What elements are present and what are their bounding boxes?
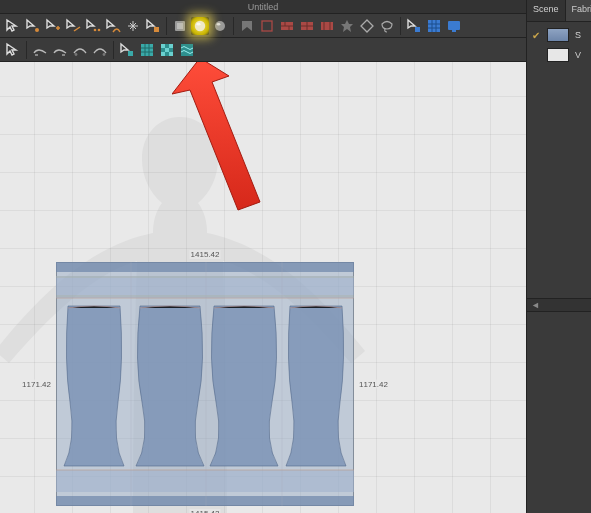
diamond-tool-icon[interactable] <box>358 17 376 35</box>
svg-rect-33 <box>56 496 354 506</box>
lasso-tool-icon[interactable] <box>378 17 396 35</box>
svg-point-1 <box>94 28 97 31</box>
material-row[interactable]: V <box>531 48 587 62</box>
dim-right-label: 1171.42 <box>358 380 389 389</box>
side-tabs: Scene Fabric <box>527 0 591 22</box>
svg-point-19 <box>103 53 106 56</box>
svg-rect-21 <box>141 44 153 56</box>
toolbar-secondary <box>0 38 526 62</box>
edit-point-tool-icon[interactable] <box>24 17 42 35</box>
pointer2-tool-icon[interactable] <box>4 41 22 59</box>
seam2-icon[interactable] <box>51 41 69 59</box>
dim-left-label: 1171.42 <box>21 380 52 389</box>
seam3-icon[interactable] <box>71 41 89 59</box>
svg-rect-10 <box>262 21 272 31</box>
transform-tool-icon[interactable] <box>124 17 142 35</box>
check-icon[interactable] <box>531 50 541 60</box>
svg-point-2 <box>98 28 101 31</box>
svg-rect-13 <box>321 22 333 30</box>
svg-rect-3 <box>154 27 159 32</box>
material-swatch[interactable] <box>547 48 569 62</box>
svg-point-0 <box>35 28 39 32</box>
grid-teal-icon[interactable] <box>138 41 156 59</box>
material-swatch[interactable] <box>547 28 569 42</box>
svg-rect-25 <box>165 48 169 52</box>
svg-point-7 <box>197 22 201 25</box>
pointer-tool-icon[interactable] <box>4 17 22 35</box>
svg-rect-15 <box>428 20 440 32</box>
rect-select-icon[interactable] <box>258 17 276 35</box>
svg-rect-31 <box>56 276 354 298</box>
svg-rect-27 <box>169 52 173 56</box>
seam4-icon[interactable] <box>91 41 109 59</box>
play-icon[interactable] <box>405 17 423 35</box>
grid-blue-icon[interactable] <box>425 17 443 35</box>
screen-blue-icon[interactable] <box>445 17 463 35</box>
svg-rect-23 <box>161 44 165 48</box>
svg-rect-28 <box>181 44 193 56</box>
segment-tool-icon[interactable] <box>64 17 82 35</box>
pattern-pieces <box>56 262 354 506</box>
svg-rect-16 <box>448 21 460 30</box>
pattern-tool-icon[interactable] <box>144 17 162 35</box>
svg-rect-14 <box>415 27 420 32</box>
svg-rect-17 <box>452 30 456 32</box>
tab-scene[interactable]: Scene <box>527 0 566 21</box>
ball-tool-icon[interactable] <box>211 17 229 35</box>
material-label: S <box>575 30 581 40</box>
dim-top-label: 1415.42 <box>190 250 221 259</box>
svg-rect-5 <box>177 23 183 29</box>
curve-tool-icon[interactable] <box>104 17 122 35</box>
svg-point-9 <box>217 23 221 25</box>
checker-icon[interactable] <box>158 41 176 59</box>
svg-rect-24 <box>169 44 173 48</box>
tab-fabric[interactable]: Fabric <box>566 0 591 21</box>
chevron-left-icon: ◄ <box>531 300 540 310</box>
pattern-bounding-box[interactable]: 1415.42 1415.42 1171.42 1171.42 <box>56 262 354 506</box>
svg-rect-32 <box>56 470 354 492</box>
brick2-icon[interactable] <box>298 17 316 35</box>
star-tool-icon[interactable] <box>338 17 356 35</box>
material-list: ✔ S V <box>527 22 591 74</box>
brick3-icon[interactable] <box>318 17 336 35</box>
check-icon[interactable]: ✔ <box>531 30 541 40</box>
seam1-icon[interactable] <box>31 41 49 59</box>
svg-point-8 <box>215 21 225 31</box>
svg-point-6 <box>195 20 205 30</box>
window-title: Untitled <box>0 0 526 14</box>
side-collapse-bar[interactable]: ◄ <box>527 298 591 312</box>
material-label: V <box>575 50 581 60</box>
uv-box-icon[interactable] <box>171 17 189 35</box>
svg-rect-30 <box>56 262 354 272</box>
pattern-canvas[interactable]: 1415.42 1415.42 1171.42 1171.42 <box>0 62 526 513</box>
svg-rect-26 <box>161 52 165 56</box>
play2-icon[interactable] <box>118 41 136 59</box>
side-panel: Scene Fabric ✔ S V ◄ <box>526 0 591 513</box>
toolbar-primary <box>0 14 526 38</box>
svg-point-18 <box>75 53 78 56</box>
sphere-tool-icon[interactable] <box>191 17 209 35</box>
align-tool-icon[interactable] <box>84 17 102 35</box>
fold-tool-icon[interactable] <box>238 17 256 35</box>
wave-teal-icon[interactable] <box>178 41 196 59</box>
add-point-tool-icon[interactable] <box>44 17 62 35</box>
dim-bottom-label: 1415.42 <box>190 509 221 513</box>
material-row[interactable]: ✔ S <box>531 28 587 42</box>
brick1-icon[interactable] <box>278 17 296 35</box>
svg-rect-20 <box>128 51 133 56</box>
